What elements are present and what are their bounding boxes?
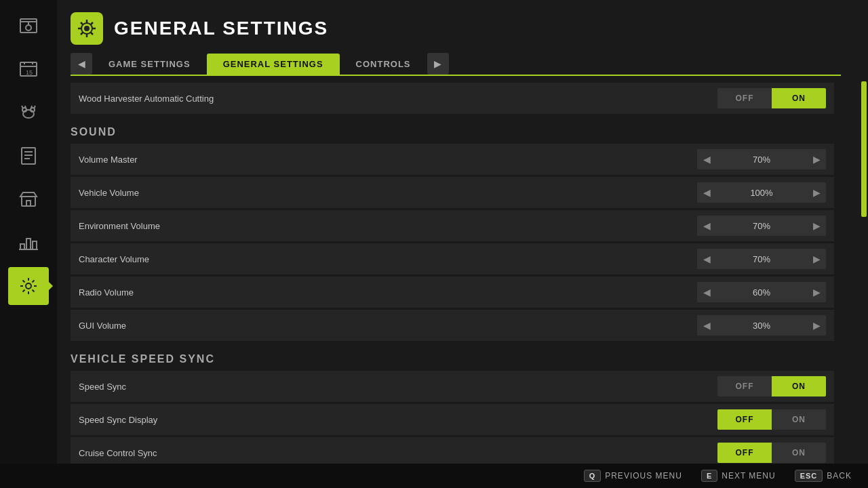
setting-label: Wood Harvester Automatic Cutting [79, 94, 717, 104]
sidebar-item-animals[interactable] [8, 94, 49, 131]
slider-value-environment-volume: 70% [716, 221, 807, 231]
slider-right-volume-master[interactable]: ▶ [807, 149, 826, 169]
svg-rect-9 [26, 201, 31, 206]
slider-right-environment-volume[interactable]: ▶ [807, 216, 826, 236]
main-content: GENERAL SETTINGS ◀ GAME SETTINGS GENERAL… [57, 0, 854, 488]
slider-right-vehicle-volume[interactable]: ▶ [807, 182, 826, 203]
label-back: BACK [827, 471, 852, 481]
page-title: GENERAL SETTINGS [114, 18, 328, 39]
slider-left-gui-volume[interactable]: ◀ [697, 315, 716, 336]
slider-vehicle-volume: ◀ 100% ▶ [697, 182, 826, 203]
section-heading-vehicle-speed-sync: VEHICLE SPEED SYNC [71, 353, 834, 365]
setting-label: Radio Volume [79, 287, 697, 298]
scrollbar-thumb[interactable] [861, 81, 867, 217]
setting-row-speed-sync-display: Speed Sync Display OFF ON [71, 404, 834, 435]
key-esc[interactable]: ESC [795, 470, 823, 482]
bottom-key-esc: ESC BACK [795, 470, 852, 482]
sidebar-item-contracts[interactable] [8, 137, 49, 175]
slider-right-gui-volume[interactable]: ▶ [807, 315, 826, 336]
tab-game-settings[interactable]: GAME SETTINGS [92, 54, 207, 75]
slider-left-radio-volume[interactable]: ◀ [697, 282, 716, 302]
slider-right-character-volume[interactable]: ▶ [807, 249, 826, 269]
toggle-off-speed-sync[interactable]: OFF [717, 376, 772, 396]
slider-character-volume: ◀ 70% ▶ [697, 249, 826, 269]
setting-label: Volume Master [79, 155, 697, 165]
bottom-bar: Q PREVIOUS MENU E NEXT MENU ESC BACK [0, 464, 868, 488]
setting-row-radio-volume: Radio Volume ◀ 60% ▶ [71, 277, 834, 308]
bottom-key-e: E NEXT MENU [701, 470, 776, 482]
slider-right-radio-volume[interactable]: ▶ [807, 282, 826, 302]
slider-left-environment-volume[interactable]: ◀ [697, 216, 716, 236]
bottom-key-q: Q PREVIOUS MENU [584, 470, 682, 482]
label-previous-menu: PREVIOUS MENU [605, 471, 682, 481]
sidebar-item-map[interactable] [8, 7, 49, 45]
toggle-cruise-control-sync: OFF ON [717, 443, 826, 463]
sidebar-item-settings[interactable] [8, 267, 49, 305]
key-q[interactable]: Q [584, 470, 601, 482]
slider-radio-volume: ◀ 60% ▶ [697, 282, 826, 302]
toggle-off-speed-sync-display[interactable]: OFF [717, 409, 772, 430]
toggle-on-speed-sync-display[interactable]: ON [772, 409, 826, 430]
section-heading-sound: SOUND [71, 126, 834, 138]
setting-label: Speed Sync [79, 382, 717, 392]
slider-gui-volume: ◀ 30% ▶ [697, 315, 826, 336]
slider-volume-master: ◀ 70% ▶ [697, 149, 826, 169]
sidebar-item-stats[interactable] [8, 224, 49, 262]
label-next-menu: NEXT MENU [722, 471, 775, 481]
header-icon [71, 12, 103, 45]
slider-left-character-volume[interactable]: ◀ [697, 249, 716, 269]
tab-prev-arrow[interactable]: ◀ [71, 53, 92, 75]
setting-row-gui-volume: GUI Volume ◀ 30% ▶ [71, 310, 834, 341]
svg-point-1 [26, 25, 31, 30]
slider-environment-volume: ◀ 70% ▶ [697, 216, 826, 236]
setting-label: Cruise Control Sync [79, 448, 717, 458]
toggle-off-wood-harvester[interactable]: OFF [717, 88, 772, 108]
svg-point-11 [84, 26, 90, 31]
slider-value-gui-volume: 30% [716, 321, 807, 331]
toggle-speed-sync: OFF ON [717, 376, 826, 396]
setting-label: Speed Sync Display [79, 415, 717, 425]
key-e[interactable]: E [701, 470, 717, 482]
slider-value-vehicle-volume: 100% [716, 188, 807, 198]
setting-row-speed-sync: Speed Sync OFF ON [71, 371, 834, 402]
header: GENERAL SETTINGS [71, 0, 841, 53]
toggle-wood-harvester-auto-cutting: OFF ON [717, 88, 826, 108]
settings-content: Wood Harvester Automatic Cutting OFF ON … [71, 76, 841, 488]
sidebar-item-calendar[interactable]: 15 [8, 50, 49, 88]
tabs-bar: ◀ GAME SETTINGS GENERAL SETTINGS CONTROL… [71, 53, 841, 76]
toggle-on-cruise-control-sync[interactable]: ON [772, 443, 826, 463]
slider-left-volume-master[interactable]: ◀ [697, 149, 716, 169]
tab-next-arrow[interactable]: ▶ [427, 53, 449, 75]
svg-point-10 [26, 283, 31, 289]
sidebar-item-store[interactable] [8, 180, 49, 218]
setting-row-vehicle-volume: Vehicle Volume ◀ 100% ▶ [71, 177, 834, 208]
slider-value-volume-master: 70% [716, 155, 807, 165]
slider-left-vehicle-volume[interactable]: ◀ [697, 182, 716, 203]
svg-text:15: 15 [26, 69, 33, 76]
toggle-on-wood-harvester[interactable]: ON [772, 88, 826, 108]
scrollbar-panel [854, 0, 868, 488]
tab-general-settings[interactable]: GENERAL SETTINGS [207, 54, 340, 75]
setting-label: Vehicle Volume [79, 188, 697, 198]
setting-label: Environment Volume [79, 221, 697, 231]
setting-label: GUI Volume [79, 321, 697, 331]
slider-value-character-volume: 70% [716, 254, 807, 264]
sidebar: 15 [0, 0, 57, 488]
setting-row-environment-volume: Environment Volume ◀ 70% ▶ [71, 210, 834, 241]
setting-row-volume-master: Volume Master ◀ 70% ▶ [71, 144, 834, 175]
tab-controls[interactable]: CONTROLS [340, 54, 427, 75]
setting-row-character-volume: Character Volume ◀ 70% ▶ [71, 243, 834, 274]
setting-label: Character Volume [79, 254, 697, 264]
toggle-off-cruise-control-sync[interactable]: OFF [717, 443, 772, 463]
slider-value-radio-volume: 60% [716, 287, 807, 298]
svg-point-4 [23, 110, 34, 118]
toggle-on-speed-sync[interactable]: ON [772, 376, 826, 396]
toggle-speed-sync-display: OFF ON [717, 409, 826, 430]
setting-row-wood-harvester-auto-cutting: Wood Harvester Automatic Cutting OFF ON [71, 83, 834, 114]
